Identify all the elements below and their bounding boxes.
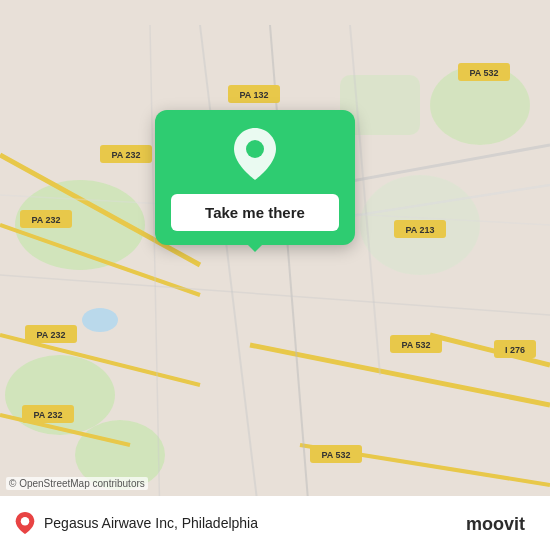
svg-text:PA 232: PA 232 (36, 330, 65, 340)
location-pin-icon (234, 128, 276, 184)
location-label: Pegasus Airwave Inc, Philadelphia (44, 515, 258, 531)
svg-text:PA 132: PA 132 (239, 90, 268, 100)
svg-text:PA 213: PA 213 (405, 225, 434, 235)
svg-text:PA 232: PA 232 (33, 410, 62, 420)
location-marker-icon (14, 512, 36, 534)
location-info: Pegasus Airwave Inc, Philadelphia (14, 512, 258, 534)
svg-text:I 276: I 276 (505, 345, 525, 355)
svg-text:moovit: moovit (466, 514, 525, 534)
svg-point-7 (82, 308, 118, 332)
map-background: PA 232 PA 232 PA 232 PA 232 PA 532 PA 53… (0, 0, 550, 550)
svg-text:PA 232: PA 232 (111, 150, 140, 160)
bottom-bar: Pegasus Airwave Inc, Philadelphia moovit (0, 496, 550, 550)
popup-card: Take me there (155, 110, 355, 245)
take-me-there-button[interactable]: Take me there (171, 194, 339, 231)
copyright-text: © OpenStreetMap contributors (6, 477, 148, 490)
svg-point-44 (21, 517, 29, 525)
svg-text:PA 532: PA 532 (469, 68, 498, 78)
map-container: PA 232 PA 232 PA 232 PA 232 PA 532 PA 53… (0, 0, 550, 550)
svg-text:PA 232: PA 232 (31, 215, 60, 225)
svg-point-43 (246, 140, 264, 158)
svg-text:PA 532: PA 532 (401, 340, 430, 350)
moovit-logo: moovit (466, 511, 536, 535)
svg-text:PA 532: PA 532 (321, 450, 350, 460)
